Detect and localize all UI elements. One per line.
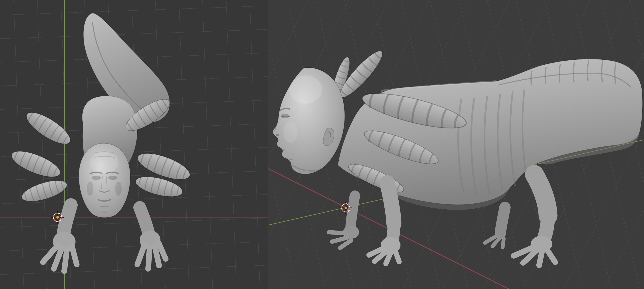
toe	[514, 247, 555, 265]
head-highlight	[90, 152, 118, 173]
front-far-limb[interactable]	[329, 196, 359, 248]
eye-shadow-right	[108, 176, 118, 180]
model-axolotl-top-view[interactable]	[8, 13, 193, 271]
front-right-limb[interactable]	[137, 207, 166, 269]
viewport-top-view[interactable]	[0, 0, 268, 289]
eye-shadow-left	[92, 176, 101, 180]
gill-left-middle[interactable]	[8, 146, 64, 182]
front-near-limb[interactable]	[369, 183, 400, 264]
front-left-limb[interactable]	[43, 205, 77, 271]
leg	[500, 207, 505, 233]
hind-far-limb[interactable]	[485, 207, 505, 248]
cheek-shadow-right	[115, 182, 122, 196]
arm	[63, 205, 71, 236]
crown-highlight	[289, 75, 322, 104]
arm	[351, 196, 355, 228]
finger	[64, 249, 67, 271]
hind-near-limb[interactable]	[514, 174, 555, 265]
viewport-perspective-view[interactable]	[268, 0, 644, 289]
viewport-canvas-perspective	[268, 0, 644, 289]
gill-left-lower[interactable]	[20, 176, 69, 205]
finger	[369, 248, 399, 264]
model-axolotl-side-view[interactable]	[273, 47, 642, 265]
cheek-highlight	[284, 121, 298, 143]
finger	[137, 245, 144, 265]
dual-3d-viewport	[0, 0, 644, 289]
cheek-shadow-left	[87, 182, 94, 196]
nostril	[276, 134, 279, 136]
gill-left-upper[interactable]	[22, 107, 74, 149]
toe	[485, 236, 504, 248]
finger	[72, 246, 77, 265]
finger	[329, 232, 351, 248]
viewport-canvas-top	[0, 0, 268, 289]
finger	[148, 248, 150, 269]
